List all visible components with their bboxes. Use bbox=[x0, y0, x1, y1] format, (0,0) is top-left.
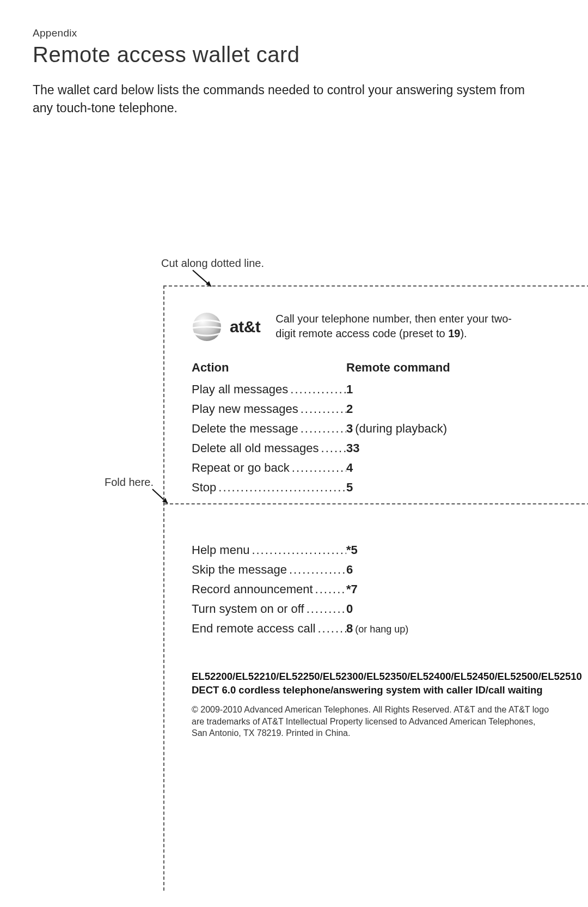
command-row: Play new messages 2 bbox=[192, 400, 563, 418]
cut-label: Cut along dotted line. bbox=[161, 257, 264, 270]
commands-bottom: Help menu *5Skip the message 6Record ann… bbox=[192, 541, 563, 637]
command-action: Play all messages bbox=[192, 380, 346, 398]
command-code: *7 bbox=[346, 580, 358, 598]
command-row: Skip the message 6 bbox=[192, 561, 563, 579]
command-code: 2 bbox=[346, 400, 353, 418]
card-gap bbox=[192, 498, 563, 539]
command-row: Delete all old messages 33 bbox=[192, 439, 563, 457]
commands-top: Play all messages 1Play new messages 2De… bbox=[192, 380, 563, 496]
command-action: End remote access call bbox=[192, 619, 346, 637]
command-action: Turn system on or off bbox=[192, 600, 346, 618]
command-action: Help menu bbox=[192, 541, 346, 559]
command-note: (during playback) bbox=[353, 419, 447, 437]
intro-text: The wallet card below lists the commands… bbox=[33, 81, 544, 118]
command-code: *5 bbox=[346, 541, 358, 559]
header-command: Remote command bbox=[346, 361, 450, 375]
header-action: Action bbox=[192, 361, 346, 375]
instruction-post: ). bbox=[460, 327, 467, 339]
command-code: 0 bbox=[346, 600, 353, 618]
command-code: 3 bbox=[346, 419, 353, 437]
command-code: 33 bbox=[346, 439, 359, 457]
command-code: 5 bbox=[346, 478, 353, 496]
command-action: Delete the message bbox=[192, 419, 346, 437]
command-action: Stop bbox=[192, 478, 346, 496]
command-row: Delete the message 3 (during playback) bbox=[192, 419, 563, 437]
instruction-code: 19 bbox=[448, 327, 460, 339]
command-note: (or hang up) bbox=[353, 622, 408, 637]
command-row: End remote access call 8 (or hang up) bbox=[192, 619, 563, 637]
globe-icon bbox=[192, 312, 222, 342]
command-code: 8 bbox=[346, 619, 353, 637]
table-headers: Action Remote command bbox=[192, 361, 563, 375]
command-row: Play all messages 1 bbox=[192, 380, 563, 398]
command-action: Delete all old messages bbox=[192, 439, 346, 457]
wallet-card: at&t Call your telephone number, then en… bbox=[163, 285, 588, 891]
model-numbers: EL52200/EL52210/EL52250/EL52300/EL52350/… bbox=[192, 670, 563, 697]
card-header-row: at&t Call your telephone number, then en… bbox=[192, 312, 563, 342]
command-action: Play new messages bbox=[192, 400, 346, 418]
instruction-text: Call your telephone number, then enter y… bbox=[275, 312, 515, 341]
att-logo-text: at&t bbox=[230, 318, 260, 336]
command-action: Record announcement bbox=[192, 580, 346, 598]
command-code: 1 bbox=[346, 380, 353, 398]
page-title: Remote access wallet card bbox=[33, 42, 555, 67]
command-row: Record announcement *7 bbox=[192, 580, 563, 598]
instruction-pre: Call your telephone number, then enter y… bbox=[275, 313, 512, 339]
fold-label: Fold here. bbox=[105, 476, 154, 489]
command-code: 4 bbox=[346, 459, 353, 477]
copyright: © 2009-2010 Advanced American Telephones… bbox=[192, 704, 551, 739]
att-logo: at&t bbox=[192, 312, 260, 342]
command-row: Help menu *5 bbox=[192, 541, 563, 559]
command-action: Skip the message bbox=[192, 561, 346, 579]
command-code: 6 bbox=[346, 561, 353, 579]
command-row: Turn system on or off 0 bbox=[192, 600, 563, 618]
section-tag: Appendix bbox=[33, 27, 555, 39]
page: Appendix Remote access wallet card The w… bbox=[0, 0, 588, 907]
command-row: Stop 5 bbox=[192, 478, 563, 496]
command-action: Repeat or go back bbox=[192, 459, 346, 477]
command-row: Repeat or go back 4 bbox=[192, 459, 563, 477]
